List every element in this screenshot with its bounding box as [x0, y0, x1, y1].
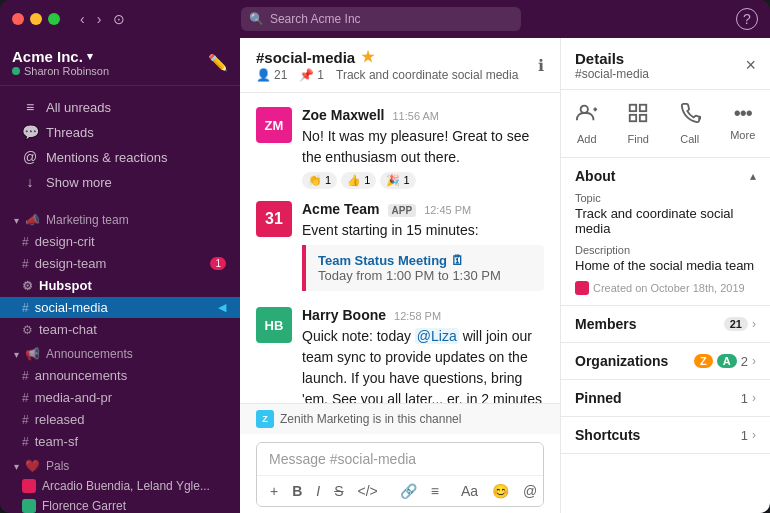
app-window: ‹ › ⊙ 🔍 Search Acme Inc ? Acme Inc. ▾ Sh — [0, 0, 770, 513]
action-more[interactable]: ••• More — [722, 98, 763, 149]
global-search-bar[interactable]: 🔍 Search Acme Inc — [241, 7, 521, 31]
action-call[interactable]: Call — [671, 98, 709, 149]
message-input[interactable] — [257, 443, 543, 475]
channel-design-team[interactable]: # design-team 1 — [0, 253, 240, 274]
emoji-button[interactable]: 😊 — [487, 480, 514, 502]
msg-author: Harry Boone — [302, 307, 386, 323]
mentions-icon: @ — [22, 149, 38, 165]
list-button[interactable]: ≡ — [426, 480, 444, 502]
sidebar-item-show-more[interactable]: ↓ Show more — [8, 170, 232, 194]
text-style-button[interactable]: Aa — [456, 480, 483, 502]
message-acme-team: 31 Acme Team APP 12:45 PM Event starting… — [240, 195, 560, 301]
history-button[interactable]: ⊙ — [109, 9, 129, 29]
italic-button[interactable]: I — [311, 480, 325, 502]
organizations-right: Z A 2 › — [694, 354, 756, 369]
help-button[interactable]: ? — [736, 8, 758, 30]
section-pals[interactable]: ▾ ❤️ Pals — [0, 453, 240, 476]
description-field: Description Home of the social media tea… — [575, 244, 756, 273]
msg-time: 11:56 AM — [392, 110, 438, 122]
back-button[interactable]: ‹ — [76, 9, 89, 29]
channel-indicator: ◀ — [218, 301, 226, 314]
section-marketing[interactable]: ▾ 📣 Marketing team — [0, 207, 240, 230]
action-find[interactable]: Find — [619, 98, 657, 149]
messages-area[interactable]: ZM Zoe Maxwell 11:56 AM No! It was my pl… — [240, 93, 560, 403]
announcements-emoji: 📢 — [25, 347, 40, 361]
reaction-thumbs[interactable]: 👍 1 — [341, 172, 376, 189]
org-badge-1: Z — [694, 354, 713, 368]
sidebar-item-label: All unreads — [46, 100, 111, 115]
org-badge-2: A — [717, 354, 737, 368]
shortcuts-row[interactable]: Shortcuts 1 › — [561, 417, 770, 454]
svg-rect-5 — [630, 115, 636, 121]
pin-icon: 📌 — [299, 68, 314, 82]
channel-released[interactable]: # released — [0, 409, 240, 430]
sidebar-item-mentions[interactable]: @ Mentions & reactions — [8, 145, 232, 169]
dm-arcadio[interactable]: Arcadio Buendia, Leland Ygle... — [0, 476, 240, 496]
chevron-right-icon: › — [752, 317, 756, 331]
section-announcements[interactable]: ▾ 📢 Announcements — [0, 341, 240, 364]
channel-design-crit[interactable]: # design-crit — [0, 231, 240, 252]
channel-name: released — [35, 412, 85, 427]
about-section-header[interactable]: About ▴ — [561, 158, 770, 192]
reaction-party[interactable]: 🎉 1 — [380, 172, 415, 189]
details-header: Details #social-media × — [561, 38, 770, 90]
hash-icon: # — [22, 413, 29, 427]
add-label: Add — [577, 133, 597, 145]
organizations-label: Organizations — [575, 353, 668, 369]
channel-team-chat[interactable]: ⚙ team-chat — [0, 319, 240, 340]
members-row[interactable]: Members 21 › — [561, 306, 770, 343]
chevron-right-icon: › — [752, 354, 756, 368]
close-details-button[interactable]: × — [745, 55, 756, 76]
sidebar-item-all-unreads[interactable]: ≡ All unreads — [8, 95, 232, 119]
msg-text: Quick note: today @Liza will join our te… — [302, 326, 544, 403]
hash-icon: # — [22, 369, 29, 383]
add-person-icon — [576, 102, 598, 129]
hash-icon: # — [22, 257, 29, 271]
channel-name: design-team — [35, 256, 107, 271]
sidebar: Acme Inc. ▾ Sharon Robinson ✏️ ≡ All unr… — [0, 38, 240, 513]
dm-name: Florence Garret — [42, 499, 126, 513]
compose-button[interactable]: ✏️ — [208, 53, 228, 72]
dm-avatar — [22, 479, 36, 493]
msg-text: Event starting in 15 minutes: — [302, 220, 544, 241]
chevron-icon: ▾ — [14, 349, 19, 360]
forward-button[interactable]: › — [93, 9, 106, 29]
created-meta: Created on October 18th, 2019 — [575, 281, 756, 295]
organizations-row[interactable]: Organizations Z A 2 › — [561, 343, 770, 380]
reaction-clap[interactable]: 👏 1 — [302, 172, 337, 189]
bold-button[interactable]: B — [287, 480, 307, 502]
maximize-traffic-light[interactable] — [48, 13, 60, 25]
sidebar-item-threads[interactable]: 💬 Threads — [8, 120, 232, 144]
channel-announcements[interactable]: # announcements — [0, 365, 240, 386]
dm-florence[interactable]: Florence Garret — [0, 496, 240, 513]
chat-area: #social-media ★ 👤 21 📌 1 Track and coord… — [240, 38, 560, 513]
workspace-user: Sharon Robinson — [12, 65, 109, 77]
mention-button[interactable]: @ — [518, 480, 542, 502]
minimize-traffic-light[interactable] — [30, 13, 42, 25]
about-content: Topic Track and coordinate social media … — [561, 192, 770, 305]
call-icon — [679, 102, 701, 129]
channel-media-and-pr[interactable]: # media-and-pr — [0, 387, 240, 408]
star-icon[interactable]: ★ — [361, 48, 374, 66]
code-button[interactable]: </> — [353, 480, 383, 502]
close-traffic-light[interactable] — [12, 13, 24, 25]
section-title: Announcements — [46, 347, 133, 361]
search-placeholder: Search Acme Inc — [270, 12, 361, 26]
format-plus-button[interactable]: + — [265, 480, 283, 502]
nav-buttons: ‹ › ⊙ — [76, 9, 129, 29]
members-count: 👤 21 — [256, 68, 287, 82]
channel-info-button[interactable]: ℹ — [538, 56, 544, 75]
link-button[interactable]: 🔗 — [395, 480, 422, 502]
channel-social-media[interactable]: # social-media ◀ — [0, 297, 240, 318]
channel-team-sf[interactable]: # team-sf — [0, 431, 240, 452]
avatar-harry: HB — [256, 307, 292, 343]
action-add[interactable]: Add — [568, 98, 606, 149]
workspace-name[interactable]: Acme Inc. ▾ — [12, 48, 109, 65]
channel-hubspot[interactable]: ⚙ Hubspot — [0, 275, 240, 296]
pinned-row[interactable]: Pinned 1 › — [561, 380, 770, 417]
msg-time: 12:45 PM — [424, 204, 471, 216]
shortcuts-count: 1 — [741, 428, 748, 443]
msg-text: No! It was my pleasure! Great to see the… — [302, 126, 544, 168]
strikethrough-button[interactable]: S — [329, 480, 348, 502]
hash-icon: # — [22, 435, 29, 449]
